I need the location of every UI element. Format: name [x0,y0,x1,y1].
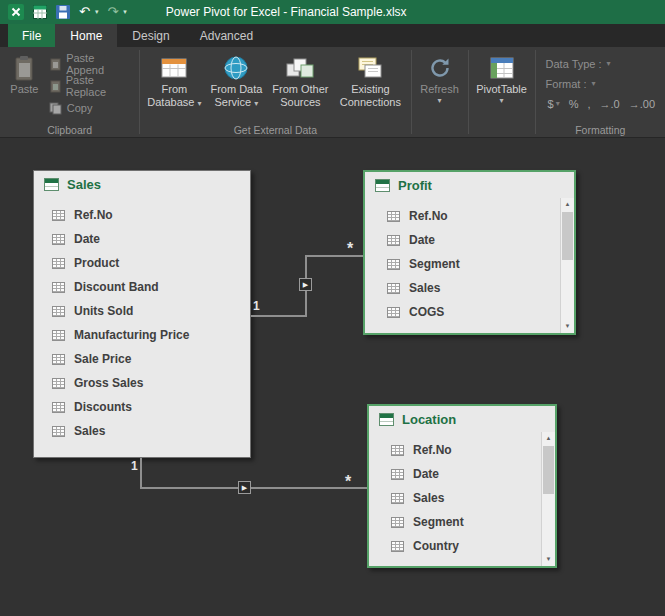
copy-button[interactable]: Copy [45,98,135,118]
format-dropdown[interactable]: Format : ▾ [546,75,655,92]
field-row[interactable]: Discount Band [34,275,250,299]
cardinality-many-label: * [345,473,351,491]
tab-home[interactable]: Home [55,24,117,47]
decrease-decimal-button[interactable]: →.00 [629,98,655,110]
field-row[interactable]: Sale Price [34,347,250,371]
table-location[interactable]: Location Ref.No Date Sales Segment Count… [367,404,557,568]
scroll-up-icon[interactable]: ▲ [561,198,574,211]
field-icon [387,211,400,222]
location-scrollbar[interactable]: ▲ ▼ [541,432,555,566]
dropdown-icon: ▾ [556,99,560,108]
field-row[interactable]: Date [34,227,250,251]
get-external-data-group: From Database ▾ From Data Service ▾ From… [140,47,410,137]
from-database-button[interactable]: From Database ▾ [144,50,204,109]
existing-connections-icon [356,53,384,83]
field-row[interactable]: Manufacturing Price [34,323,250,347]
powerpivot-app-icon [33,5,47,19]
field-icon [52,426,65,437]
field-row[interactable]: Sales [34,419,250,443]
field-row[interactable]: Ref.No [369,438,555,462]
scroll-up-icon[interactable]: ▲ [542,432,555,445]
relationship-direction-marker[interactable]: ▶ [299,278,312,291]
scroll-down-icon[interactable]: ▼ [561,320,574,333]
scrollbar-thumb[interactable] [562,212,573,260]
undo-dropdown-icon[interactable]: ▾ [95,8,99,16]
dropdown-icon: ▾ [438,96,442,105]
refresh-button[interactable]: Refresh ▾ [416,50,464,105]
field-icon [391,469,404,480]
from-data-service-button[interactable]: From Data Service ▾ [206,50,266,109]
field-row[interactable]: Product [34,251,250,275]
field-icon [391,541,404,552]
field-row[interactable]: Units Sold [34,299,250,323]
number-format-buttons: $ ▾ % , →.0 →.00 [546,95,655,112]
existing-connections-button[interactable]: Existing Connections [334,50,406,109]
dropdown-icon: ▾ [500,96,504,105]
dropdown-icon: ▾ [607,59,611,68]
tab-design[interactable]: Design [117,24,184,47]
pivottable-button[interactable]: PivotTable ▾ [473,50,531,105]
table-icon [379,413,394,426]
profit-scrollbar[interactable]: ▲ ▼ [560,198,574,333]
field-row[interactable]: Date [365,228,574,252]
paste-button[interactable]: Paste [4,50,45,96]
table-sales-header[interactable]: Sales [34,171,250,197]
field-row[interactable]: Segment [365,252,574,276]
table-title: Sales [67,177,101,192]
tab-advanced[interactable]: Advanced [185,24,268,47]
relationship-sales-profit-line[interactable] [251,315,307,317]
relationship-sales-profit-line[interactable] [305,255,363,257]
table-sales[interactable]: Sales Ref.No Date Product Discount Band … [33,170,251,458]
table-icon [44,178,59,191]
clipboard-group-label: Clipboard [0,124,139,136]
increase-decimal-button[interactable]: →.0 [600,98,620,110]
field-icon [387,283,400,294]
copy-icon [49,102,62,115]
ribbon: Paste Paste Append Paste Replace Copy Cl… [0,47,665,138]
title-bar: ↶ ▾ ↷ ▾ Power Pivot for Excel - Financia… [0,0,665,24]
table-icon [375,179,390,192]
tab-file[interactable]: File [8,24,55,47]
field-icon [52,330,65,341]
currency-button[interactable]: $ ▾ [548,98,560,110]
field-icon [52,354,65,365]
redo-button[interactable]: ↷ [107,0,118,24]
redo-dropdown-icon[interactable]: ▾ [123,8,127,16]
scroll-down-icon[interactable]: ▼ [542,553,555,566]
save-button[interactable] [56,5,70,19]
comma-button[interactable]: , [587,98,590,110]
relationship-direction-marker[interactable]: ▶ [238,481,251,494]
scrollbar-thumb[interactable] [543,446,554,494]
excel-logo-icon [8,4,24,20]
field-icon [387,307,400,318]
field-icon [52,234,65,245]
table-profit-fields: Ref.No Date Segment Sales COGS [365,198,574,324]
table-profit[interactable]: Profit Ref.No Date Segment Sales COGS ▲ … [363,170,576,335]
paste-replace-button[interactable]: Paste Replace [45,76,135,96]
field-row[interactable]: Ref.No [34,203,250,227]
from-other-sources-icon [286,53,314,83]
field-row[interactable]: Ref.No [365,204,574,228]
dropdown-icon: ▾ [592,79,596,88]
table-location-header[interactable]: Location [369,406,555,432]
field-row[interactable]: Discounts [34,395,250,419]
field-icon [391,517,404,528]
relationship-sales-location-line[interactable] [140,487,367,489]
from-other-sources-button[interactable]: From Other Sources [268,50,332,109]
clipboard-group: Paste Paste Append Paste Replace Copy Cl… [0,47,139,137]
field-icon [391,445,404,456]
percent-button[interactable]: % [569,98,579,110]
field-row[interactable]: Sales [365,276,574,300]
paste-append-button[interactable]: Paste Append [45,54,135,74]
field-row[interactable]: Sales [369,486,555,510]
field-row[interactable]: Segment [369,510,555,534]
table-profit-header[interactable]: Profit [365,172,574,198]
field-row[interactable]: Gross Sales [34,371,250,395]
pivottable-group: PivotTable ▾ [469,47,535,137]
field-row[interactable]: COGS [365,300,574,324]
undo-button[interactable]: ↶ [79,0,90,24]
relationship-sales-location-line[interactable] [140,458,142,489]
field-row[interactable]: Date [369,462,555,486]
data-type-dropdown[interactable]: Data Type : ▾ [546,55,655,72]
field-row[interactable]: Country [369,534,555,558]
